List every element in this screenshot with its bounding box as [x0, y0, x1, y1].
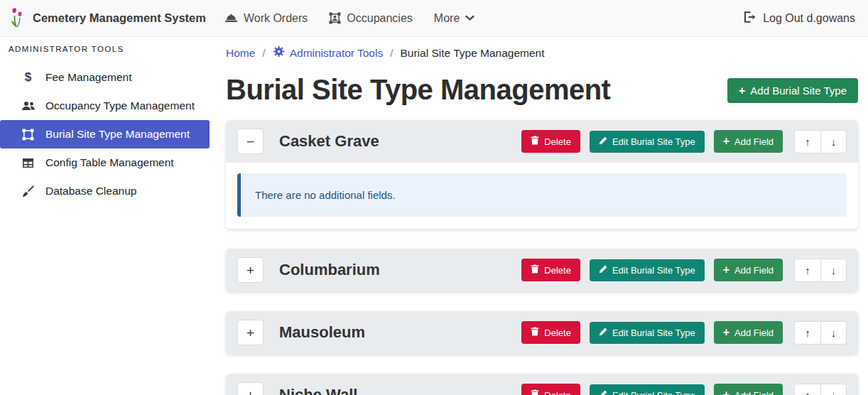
nav-label: Work Orders — [244, 12, 308, 25]
main-nav: Work Orders Occupancies More — [224, 12, 474, 25]
breadcrumb-admin-tools-link[interactable]: Administrator Tools — [273, 45, 384, 60]
reorder-group: ↑ ↓ — [794, 321, 847, 345]
add-field-button[interactable]: + Add Field — [714, 259, 783, 281]
panel-niche-wall: + Niche Wall Delete — [226, 374, 858, 395]
delete-button[interactable]: Delete — [521, 321, 580, 344]
sidebar-item-database-cleanup[interactable]: Database Cleanup — [0, 177, 210, 205]
button-label: Edit Burial Site Type — [612, 390, 695, 395]
edit-burial-site-type-button[interactable]: Edit Burial Site Type — [590, 384, 705, 395]
plus-icon: + — [739, 85, 745, 97]
broom-icon — [21, 185, 36, 198]
nav-label: More — [434, 12, 460, 25]
sidebar-item-label: Config Table Management — [45, 156, 174, 169]
breadcrumb: Home / Administrator Tools / Burial — [226, 45, 858, 60]
move-up-button[interactable]: ↑ — [794, 259, 820, 282]
edit-burial-site-type-button[interactable]: Edit Burial Site Type — [590, 259, 705, 281]
panel-body: There are no additional fields. — [226, 163, 858, 229]
dollar-icon: $ — [21, 70, 36, 85]
nav-occupancies[interactable]: Occupancies — [329, 12, 413, 25]
panel-title: Columbarium — [279, 261, 521, 279]
move-down-button[interactable]: ↓ — [820, 259, 847, 282]
sidebar-item-occupancy-type[interactable]: Occupancy Type Management — [0, 92, 210, 120]
move-up-button[interactable]: ↑ — [794, 384, 820, 395]
logout-button[interactable]: Log Out d.gowans — [744, 11, 855, 26]
panel-actions: Delete Edit Burial Site Type + Add Field — [521, 130, 847, 153]
expand-toggle-button[interactable]: + — [237, 320, 264, 345]
edit-burial-site-type-button[interactable]: Edit Burial Site Type — [590, 131, 705, 153]
move-up-button[interactable]: ↑ — [794, 130, 820, 153]
panel-header: + Columbarium Delete — [226, 249, 858, 291]
panel-header: + Niche Wall Delete — [226, 374, 858, 395]
hard-hat-icon — [224, 13, 238, 23]
sidebar-item-label: Fee Management — [45, 71, 132, 84]
plus-icon: + — [723, 389, 729, 395]
nav-work-orders[interactable]: Work Orders — [224, 12, 308, 25]
move-down-button[interactable]: ↓ — [820, 130, 847, 153]
breadcrumb-separator: / — [262, 47, 265, 60]
panel-actions: Delete Edit Burial Site Type + Add Field — [521, 259, 847, 282]
pencil-icon — [599, 265, 607, 276]
sidebar-item-config-table[interactable]: Config Table Management — [0, 148, 210, 177]
trash-icon — [531, 389, 539, 395]
panel-casket-grave: − Casket Grave Delete — [226, 120, 858, 229]
panel-columbarium: + Columbarium Delete — [226, 249, 858, 291]
panel-title: Mausoleum — [279, 323, 521, 342]
move-down-button[interactable]: ↓ — [820, 321, 847, 345]
button-label: Edit Burial Site Type — [612, 136, 695, 147]
nav-more[interactable]: More — [434, 12, 474, 25]
pencil-icon — [599, 328, 607, 338]
button-label: Add Burial Site Type — [750, 85, 847, 97]
sidebar-heading: ADMINISTRATOR TOOLS — [0, 45, 210, 53]
brand[interactable]: Cemetery Management System — [9, 6, 206, 31]
button-label: Add Field — [734, 390, 774, 395]
sidebar: ADMINISTRATOR TOOLS $ Fee Management Occ… — [0, 37, 210, 395]
plus-icon: + — [723, 264, 729, 276]
expand-toggle-button[interactable]: + — [237, 257, 264, 283]
reorder-group: ↑ ↓ — [794, 259, 847, 282]
add-field-button[interactable]: + Add Field — [714, 384, 783, 395]
title-row: Burial Site Type Management + Add Burial… — [226, 72, 858, 107]
button-label: Add Field — [734, 328, 774, 338]
delete-button[interactable]: Delete — [521, 130, 580, 153]
sidebar-item-burial-site-type[interactable]: Burial Site Type Management — [0, 120, 210, 148]
breadcrumb-separator: / — [390, 47, 393, 60]
collapse-toggle-button[interactable]: − — [237, 129, 264, 154]
reorder-group: ↑ ↓ — [794, 130, 847, 153]
delete-button[interactable]: Delete — [521, 259, 580, 281]
plus-icon: + — [723, 327, 729, 338]
add-field-button[interactable]: + Add Field — [714, 321, 783, 344]
reorder-group: ↑ ↓ — [794, 384, 847, 395]
add-field-button[interactable]: + Add Field — [714, 130, 783, 153]
button-label: Edit Burial Site Type — [612, 328, 695, 338]
panel-header: + Mausoleum Delete — [226, 311, 858, 354]
sidebar-item-label: Occupancy Type Management — [45, 99, 195, 112]
add-burial-site-type-button[interactable]: + Add Burial Site Type — [727, 78, 858, 103]
crumb-label: Administrator Tools — [290, 47, 384, 60]
main-content: Home / Administrator Tools / Burial — [210, 37, 868, 395]
move-down-button[interactable]: ↓ — [820, 384, 847, 395]
tulips-logo-icon — [9, 6, 26, 31]
button-label: Delete — [544, 136, 571, 147]
pencil-icon — [599, 390, 607, 395]
trash-icon — [531, 327, 539, 338]
table-icon — [21, 158, 36, 168]
expand-toggle-button[interactable]: + — [237, 382, 264, 395]
top-navbar: Cemetery Management System Work Orders — [0, 0, 868, 37]
button-label: Delete — [544, 265, 571, 276]
occupancy-frame-icon — [329, 12, 341, 24]
app-title: Cemetery Management System — [33, 11, 206, 25]
logout-label: Log Out d.gowans — [763, 12, 855, 25]
breadcrumb-home-link[interactable]: Home — [226, 47, 255, 60]
plus-icon: + — [723, 136, 729, 147]
no-fields-alert: There are no additional fields. — [237, 173, 847, 217]
pencil-icon — [599, 136, 607, 147]
button-label: Add Field — [734, 265, 774, 276]
delete-button[interactable]: Delete — [521, 384, 580, 395]
sidebar-item-fee-management[interactable]: $ Fee Management — [0, 63, 210, 92]
crumb-label: Home — [226, 47, 255, 60]
move-up-button[interactable]: ↑ — [794, 321, 820, 345]
logout-icon — [744, 11, 756, 26]
edit-burial-site-type-button[interactable]: Edit Burial Site Type — [590, 322, 705, 344]
panel-actions: Delete Edit Burial Site Type + Add Field — [521, 321, 847, 345]
panel-header: − Casket Grave Delete — [226, 120, 858, 163]
